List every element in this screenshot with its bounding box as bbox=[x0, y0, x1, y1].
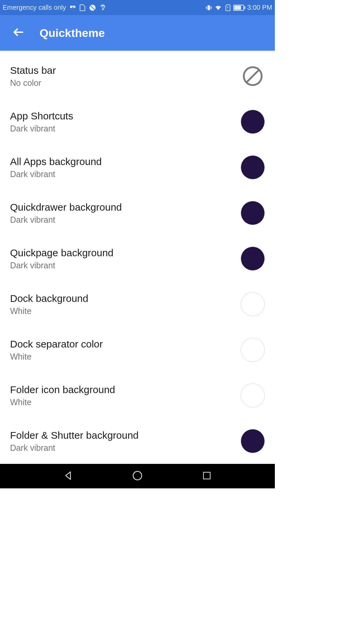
svg-point-7 bbox=[133, 471, 142, 480]
nyt-icon bbox=[99, 4, 106, 11]
color-swatch bbox=[241, 383, 265, 408]
nav-recent-button[interactable] bbox=[198, 468, 215, 485]
setting-text: App ShortcutsDark vibrant bbox=[10, 110, 73, 133]
setting-row[interactable]: Status barNo color bbox=[0, 53, 275, 99]
setting-title: Dock background bbox=[10, 293, 88, 304]
sim-alert-icon bbox=[224, 4, 231, 11]
setting-title: All Apps background bbox=[10, 156, 102, 167]
setting-subtitle: Dark vibrant bbox=[10, 443, 139, 453]
setting-title: Folder icon background bbox=[10, 384, 115, 395]
setting-row[interactable]: Quickdrawer backgroundDark vibrant bbox=[0, 190, 275, 236]
setting-subtitle: White bbox=[10, 306, 88, 316]
do-not-disturb-icon bbox=[89, 4, 96, 11]
nav-recent-icon bbox=[202, 471, 212, 482]
color-swatch bbox=[241, 247, 265, 271]
navigation-bar bbox=[0, 464, 275, 488]
setting-row[interactable]: Folder & Shutter backgroundDark vibrant bbox=[0, 418, 275, 464]
svg-rect-8 bbox=[203, 472, 210, 479]
setting-row[interactable]: Quickpage backgroundDark vibrant bbox=[0, 236, 275, 281]
setting-text: Folder icon backgroundWhite bbox=[10, 384, 115, 407]
setting-title: Status bar bbox=[10, 65, 56, 76]
nav-home-button[interactable] bbox=[129, 468, 146, 485]
color-swatch bbox=[241, 201, 265, 225]
setting-subtitle: White bbox=[10, 352, 103, 362]
setting-text: Dock backgroundWhite bbox=[10, 293, 88, 316]
setting-subtitle: Dark vibrant bbox=[10, 124, 73, 133]
setting-title: Folder & Shutter background bbox=[10, 430, 139, 441]
svg-rect-1 bbox=[207, 5, 210, 10]
svg-rect-3 bbox=[234, 6, 241, 10]
color-swatch bbox=[241, 155, 265, 179]
setting-subtitle: White bbox=[10, 397, 115, 407]
nav-back-button[interactable] bbox=[60, 468, 76, 485]
setting-text: All Apps backgroundDark vibrant bbox=[10, 156, 102, 179]
wifi-icon bbox=[215, 4, 222, 11]
carrier-text: Emergency calls only bbox=[3, 4, 66, 11]
setting-row[interactable]: All Apps backgroundDark vibrant bbox=[0, 145, 275, 190]
setting-row[interactable]: Dock separator colorWhite bbox=[0, 327, 275, 373]
setting-row[interactable]: Folder icon backgroundWhite bbox=[0, 373, 275, 418]
setting-subtitle: Dark vibrant bbox=[10, 215, 122, 225]
svg-line-6 bbox=[246, 70, 259, 82]
app-bar: Quicktheme bbox=[0, 15, 275, 51]
app-bar-title: Quicktheme bbox=[40, 26, 105, 40]
system-status-bar: Emergency calls only bbox=[0, 0, 275, 15]
setting-title: Quickpage background bbox=[10, 247, 114, 259]
setting-subtitle: Dark vibrant bbox=[10, 169, 102, 179]
back-button[interactable] bbox=[9, 24, 27, 42]
setting-text: Folder & Shutter backgroundDark vibrant bbox=[10, 430, 139, 453]
status-right: 3:00 PM bbox=[205, 4, 272, 11]
setting-title: Dock separator color bbox=[10, 338, 103, 350]
vibrate-icon bbox=[205, 4, 213, 11]
setting-title: App Shortcuts bbox=[10, 110, 73, 122]
screen: Emergency calls only bbox=[0, 0, 275, 488]
setting-row[interactable]: Dock backgroundWhite bbox=[0, 281, 275, 327]
nav-home-icon bbox=[132, 470, 143, 483]
no-color-icon bbox=[241, 64, 265, 88]
setting-text: Dock separator colorWhite bbox=[10, 338, 103, 362]
color-swatch bbox=[241, 429, 265, 453]
setting-row[interactable]: App ShortcutsDark vibrant bbox=[0, 99, 275, 145]
clock-text: 3:00 PM bbox=[247, 4, 272, 11]
settings-list: Status barNo colorApp ShortcutsDark vibr… bbox=[0, 51, 275, 464]
setting-subtitle: Dark vibrant bbox=[10, 261, 114, 270]
status-left: Emergency calls only bbox=[3, 4, 106, 11]
setting-title: Quickdrawer background bbox=[10, 202, 122, 213]
color-swatch bbox=[241, 292, 265, 316]
document-icon bbox=[79, 4, 86, 11]
color-swatch bbox=[241, 338, 265, 362]
setting-subtitle: No color bbox=[10, 78, 56, 88]
setting-text: Quickdrawer backgroundDark vibrant bbox=[10, 202, 122, 225]
battery-icon bbox=[233, 5, 245, 11]
setting-text: Quickpage backgroundDark vibrant bbox=[10, 247, 114, 270]
heart-icon bbox=[69, 4, 76, 11]
color-swatch bbox=[241, 110, 265, 134]
nav-back-icon bbox=[62, 470, 74, 483]
arrow-back-icon bbox=[12, 26, 25, 40]
setting-text: Status barNo color bbox=[10, 65, 56, 88]
svg-rect-4 bbox=[244, 6, 245, 9]
